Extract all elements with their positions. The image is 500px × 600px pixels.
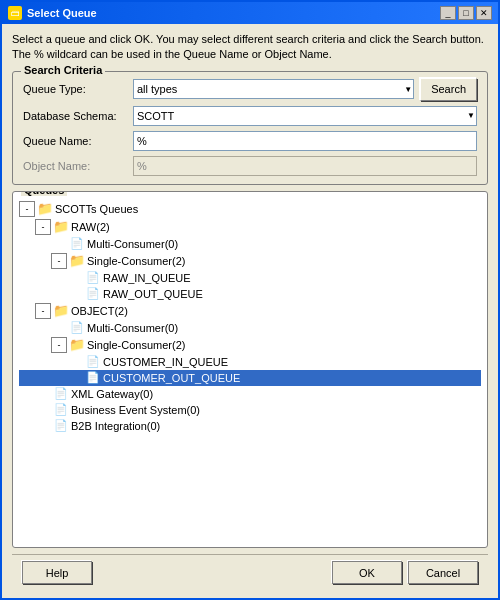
tree-item-multi-consumer-1[interactable]: 📄 Multi-Consumer(0) (19, 320, 481, 336)
label-object: OBJECT(2) (71, 305, 128, 317)
maximize-button[interactable]: □ (458, 6, 474, 20)
folder-icon-single-consumer-raw: 📁 (69, 254, 85, 268)
label-raw: RAW(2) (71, 221, 110, 233)
search-button[interactable]: Search (420, 78, 477, 101)
label-scotts-queues: SCOTTs Queues (55, 203, 138, 215)
bottom-left: Help (22, 561, 92, 584)
tree-item-single-consumer-raw[interactable]: - 📁 Single-Consumer(2) (19, 252, 481, 270)
tree-node-object: - 📁 OBJECT(2) 📄 Multi-Cons (19, 302, 481, 386)
expander-raw[interactable]: - (35, 219, 51, 235)
window-body: Select a queue and click OK. You may sel… (2, 24, 498, 598)
queue-type-dropdown-wrapper: all types RAW OBJECT ▼ (133, 79, 414, 99)
minimize-button[interactable]: _ (440, 6, 456, 20)
queues-label: Queues (21, 191, 67, 196)
label-customer-in-queue: CUSTOMER_IN_QUEUE (103, 356, 228, 368)
queue-type-label: Queue Type: (23, 83, 133, 95)
tree-container: - 📁 SCOTTs Queues - 📁 RAW(2) (17, 198, 483, 543)
object-name-row: Object Name: (23, 156, 477, 176)
object-name-input (133, 156, 477, 176)
queue-type-select[interactable]: all types RAW OBJECT (133, 79, 414, 99)
label-raw-in-queue: RAW_IN_QUEUE (103, 272, 191, 284)
tree-item-single-consumer-obj[interactable]: - 📁 Single-Consumer(2) (19, 336, 481, 354)
queue-name-row: Queue Name: (23, 131, 477, 151)
tree-item-scotts-queues[interactable]: - 📁 SCOTTs Queues (19, 200, 481, 218)
folder-icon-object: 📁 (53, 304, 69, 318)
label-b2b-integration: B2B Integration(0) (71, 420, 160, 432)
tree-item-raw[interactable]: - 📁 RAW(2) (19, 218, 481, 236)
expander-object[interactable]: - (35, 303, 51, 319)
tree-item-raw-out-queue[interactable]: 📄 RAW_OUT_QUEUE (19, 286, 481, 302)
queues-group: Queues - 📁 SCOTTs Queues - (12, 191, 488, 548)
object-name-label: Object Name: (23, 160, 133, 172)
doc-icon-customer-in-queue: 📄 (85, 355, 101, 369)
cancel-button[interactable]: Cancel (408, 561, 478, 584)
db-schema-dropdown-wrapper: SCOTT SYS ▼ (133, 106, 477, 126)
tree-item-object[interactable]: - 📁 OBJECT(2) (19, 302, 481, 320)
label-customer-out-queue: CUSTOMER_OUT_QUEUE (103, 372, 240, 384)
tree-item-customer-out-queue[interactable]: 📄 CUSTOMER_OUT_QUEUE (19, 370, 481, 386)
search-criteria-label: Search Criteria (21, 64, 105, 76)
queue-type-row: Queue Type: all types RAW OBJECT ▼ Searc… (23, 78, 477, 101)
label-raw-out-queue: RAW_OUT_QUEUE (103, 288, 203, 300)
db-schema-select[interactable]: SCOTT SYS (133, 106, 477, 126)
doc-icon-multi-consumer-0: 📄 (69, 237, 85, 251)
tree-node-scotts-queues: - 📁 SCOTTs Queues - 📁 RAW(2) (19, 200, 481, 434)
tree-node-raw: - 📁 RAW(2) 📄 Multi-Consume (19, 218, 481, 302)
children-single-consumer-obj: 📄 CUSTOMER_IN_QUEUE � (19, 354, 481, 386)
close-button[interactable]: ✕ (476, 6, 492, 20)
tree-item-raw-in-queue[interactable]: 📄 RAW_IN_QUEUE (19, 270, 481, 286)
help-button[interactable]: Help (22, 561, 92, 584)
label-business-event: Business Event System(0) (71, 404, 200, 416)
tree-node-single-consumer-obj: - 📁 Single-Consumer(2) (19, 336, 481, 386)
children-raw: 📄 Multi-Consumer(0) - 📁 (19, 236, 481, 302)
folder-icon-single-consumer-obj: 📁 (69, 338, 85, 352)
folder-icon-raw: 📁 (53, 220, 69, 234)
tree-item-xml-gateway[interactable]: 📄 XML Gateway(0) (19, 386, 481, 402)
children-object: 📄 Multi-Consumer(0) - 📁 (19, 320, 481, 386)
search-criteria-group: Search Criteria Queue Type: all types RA… (12, 71, 488, 185)
queue-name-input[interactable] (133, 131, 477, 151)
queue-name-label: Queue Name: (23, 135, 133, 147)
expander-single-consumer-raw[interactable]: - (51, 253, 67, 269)
tree-item-customer-in-queue[interactable]: 📄 CUSTOMER_IN_QUEUE (19, 354, 481, 370)
description-text: Select a queue and click OK. You may sel… (12, 32, 488, 63)
ok-button[interactable]: OK (332, 561, 402, 584)
tree-item-business-event[interactable]: 📄 Business Event System(0) (19, 402, 481, 418)
children-single-consumer-raw: 📄 RAW_IN_QUEUE 📄 (19, 270, 481, 302)
label-multi-consumer-0: Multi-Consumer(0) (87, 238, 178, 250)
bottom-bar: Help OK Cancel (12, 554, 488, 590)
expander-single-consumer-obj[interactable]: - (51, 337, 67, 353)
doc-icon-raw-out-queue: 📄 (85, 287, 101, 301)
tree-item-b2b-integration[interactable]: 📄 B2B Integration(0) (19, 418, 481, 434)
expander-scotts-queues[interactable]: - (19, 201, 35, 217)
doc-icon-raw-in-queue: 📄 (85, 271, 101, 285)
folder-icon-scotts-queues: 📁 (37, 202, 53, 216)
doc-icon-b2b-integration: 📄 (53, 419, 69, 433)
label-xml-gateway: XML Gateway(0) (71, 388, 153, 400)
window-controls: _ □ ✕ (440, 6, 492, 20)
window-title: Select Queue (27, 7, 97, 19)
children-scotts-queues: - 📁 RAW(2) 📄 Multi-Consume (19, 218, 481, 434)
tree-node-single-consumer-raw: - 📁 Single-Consumer(2) (19, 252, 481, 302)
doc-icon-customer-out-queue: 📄 (85, 371, 101, 385)
select-queue-dialog: 🗃 Select Queue _ □ ✕ Select a queue and … (0, 0, 500, 600)
tree-item-multi-consumer-0[interactable]: 📄 Multi-Consumer(0) (19, 236, 481, 252)
bottom-right: OK Cancel (332, 561, 478, 584)
db-schema-row: Database Schema: SCOTT SYS ▼ (23, 106, 477, 126)
label-multi-consumer-1: Multi-Consumer(0) (87, 322, 178, 334)
db-schema-label: Database Schema: (23, 110, 133, 122)
label-single-consumer-raw: Single-Consumer(2) (87, 255, 185, 267)
doc-icon-xml-gateway: 📄 (53, 387, 69, 401)
doc-icon-multi-consumer-1: 📄 (69, 321, 85, 335)
title-bar: 🗃 Select Queue _ □ ✕ (2, 2, 498, 24)
label-single-consumer-obj: Single-Consumer(2) (87, 339, 185, 351)
doc-icon-business-event: 📄 (53, 403, 69, 417)
window-icon: 🗃 (8, 6, 22, 20)
